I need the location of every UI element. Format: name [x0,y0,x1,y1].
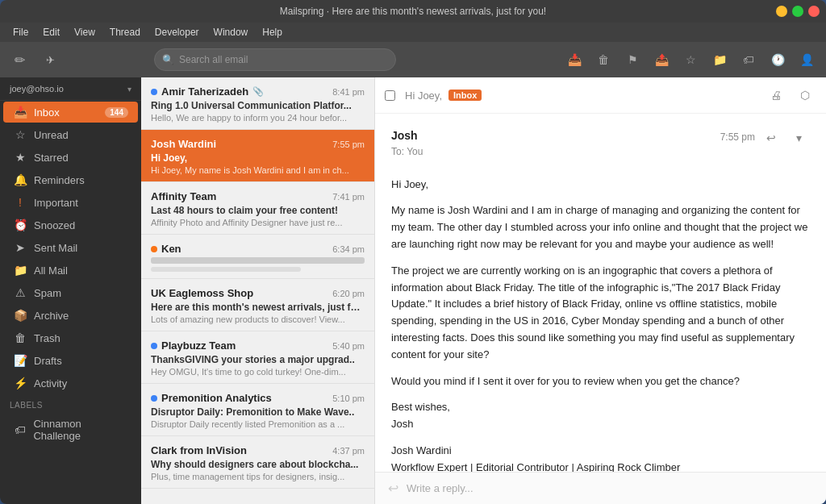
email-preview: Affinity Photo and Affinity Designer hav… [151,218,365,227]
sidebar-item-trash[interactable]: 🗑 Trash [3,327,138,348]
menu-edit[interactable]: Edit [36,25,66,40]
menu-file[interactable]: File [6,25,35,40]
close-button[interactable] [808,6,820,17]
email-item[interactable]: Clark from InVision 4:37 pm Why should d… [141,436,374,489]
email-sender-name: UK Eaglemoss Shop [151,287,253,299]
reply-placeholder: Write a reply... [407,482,473,494]
sidebar-item-starred[interactable]: ★ Starred [3,147,138,168]
sidebar-item-important[interactable]: ! Important [3,192,138,213]
email-item-header: Affinity Team 7:41 pm [151,190,365,202]
archive-button[interactable]: 📥 [561,47,587,73]
email-preview: Plus, time management tips for designers… [151,472,365,481]
sidebar-item-label: Starred [34,152,69,164]
sidebar-item-sent[interactable]: ➤ Sent Mail [3,237,138,258]
email-time: 6:20 pm [332,289,365,298]
trash-button[interactable]: 🗑 [590,47,616,73]
sidebar-item-cinnamon[interactable]: 🏷 Cinnamon Challenge [3,414,138,446]
label-button[interactable]: 📁 [707,47,732,73]
email-time: 7:55 pm [332,140,365,149]
print-button[interactable]: 🖨 [765,84,787,106]
send-button[interactable]: ✈ [39,48,61,71]
sidebar-item-label: Unread [34,129,69,141]
email-time: 4:37 pm [332,446,365,456]
select-email-checkbox[interactable] [385,90,395,101]
unread-indicator [151,395,157,402]
more-actions-button[interactable]: ▾ [787,127,810,149]
search-icon: 🔍 [162,54,174,65]
sidebar-item-spam[interactable]: ⚠ Spam [3,282,138,303]
email-item-header: Premonition Analytics 5:10 pm [151,392,365,404]
sidebar-item-label: Sent Mail [34,242,77,254]
move-button[interactable]: 📤 [649,47,674,73]
toolbar-right: 📥 🗑 ⚑ 📤 ☆ 📁 🏷 🕐 👤 [403,47,820,73]
email-item[interactable]: Premonition Analytics 5:10 pm Disruptor … [141,384,374,436]
email-to: To: You [391,144,423,160]
trash-nav-icon: 🗑 [13,331,27,344]
menu-developer[interactable]: Developer [148,25,206,40]
email-detail: Hi Joey, Inbox 🖨 ⬡ Josh To: You 7:55 pm … [375,77,826,504]
send-icon: ✈ [46,54,55,66]
compose-button[interactable]: ✏ [6,47,32,73]
maximize-button[interactable] [792,6,803,17]
reminders-icon: 🔔 [13,173,27,186]
reply-area[interactable]: ↩ Write a reply... [375,472,826,504]
minimize-button[interactable] [776,6,787,17]
menu-help[interactable]: Help [256,25,289,40]
email-item[interactable]: Playbuzz Team 5:40 pm ThanksGIVING your … [141,331,374,384]
email-detail-time: 7:55 pm [720,130,755,145]
inbox-badge: 144 [105,107,128,118]
email-closing: Best wishes, Josh [391,399,810,433]
email-item[interactable]: Affinity Team 7:41 pm Last 48 hours to c… [141,182,374,235]
important-icon: ! [13,196,27,209]
unread-indicator [151,246,157,252]
email-body: Hi Joey, My name is Josh Wardini and I a… [391,177,810,472]
snoozed-icon: ⏰ [13,219,27,231]
account-header[interactable]: joey@ohso.io ▾ [0,77,141,101]
move-icon: 📤 [655,53,669,66]
window-title: Mailspring · Here are this month's newes… [280,6,546,17]
sidebar-item-activity[interactable]: ⚡ Activity [3,373,138,394]
snooze-icon: 🕐 [771,53,785,66]
sidebar-item-label: Reminders [34,174,85,186]
email-item[interactable]: Amir Taherizadeh 📎 8:41 pm Ring 1.0 Univ… [141,77,374,130]
email-item-header: Clark from InVision 4:37 pm [151,444,365,456]
spam-nav-icon: ⚠ [13,286,27,299]
sidebar-item-drafts[interactable]: 📝 Drafts [3,350,138,371]
email-subject: Hi Joey, [151,152,365,164]
star-button[interactable]: ☆ [678,47,703,73]
sidebar-item-label: Activity [34,377,67,389]
menu-window[interactable]: Window [207,25,255,40]
contact-button[interactable]: 👤 [794,47,820,73]
email-subject: ThanksGIVING your stories a major upgrad… [151,354,365,365]
account-email: joey@ohso.io [10,84,64,94]
sidebar-item-all[interactable]: 📁 All Mail [3,260,138,281]
email-time: 7:41 pm [332,192,365,202]
email-item[interactable]: Josh Wardini 7:55 pm Hi Joey, Hi Joey, M… [141,130,374,182]
sidebar-item-reminders[interactable]: 🔔 Reminders [3,169,138,190]
email-time: 8:41 pm [332,87,365,97]
attachment-icon: 📎 [252,86,264,97]
archive-icon: 📥 [568,53,582,66]
email-preview: Hey OMGU, It's time to go cold turkey! O… [151,367,365,377]
email-item-header: Playbuzz Team 5:40 pm [151,339,365,352]
email-preview: Lots of amazing new products to discover… [151,314,365,324]
tag-button[interactable]: 🏷 [736,47,761,73]
sidebar-item-label: Archive [34,310,69,322]
search-input[interactable] [154,48,396,71]
reply-button[interactable]: ↩ [760,127,782,149]
menu-thread[interactable]: Thread [103,25,147,40]
sidebar-item-snoozed[interactable]: ⏰ Snoozed [3,215,138,235]
email-from-name: Josh [391,127,423,144]
sidebar-item-inbox[interactable]: 📥 Inbox 144 [3,102,138,123]
menu-view[interactable]: View [68,25,102,40]
inbox-icon: 📥 [13,106,27,119]
popout-button[interactable]: ⬡ [794,84,816,106]
email-item[interactable]: Ken 6:34 pm [141,235,374,279]
email-item[interactable]: UK Eaglemoss Shop 6:20 pm Here are this … [141,279,374,331]
snooze-button[interactable]: 🕐 [765,47,791,73]
sidebar-item-unread[interactable]: ☆ Unread [3,124,138,145]
email-signature: Josh Wardini Workflow Expert | Editorial… [391,443,810,472]
spam-button[interactable]: ⚑ [620,47,645,73]
sidebar-item-archive[interactable]: 📦 Archive [3,305,138,326]
reply-compose-icon: ↩ [388,481,398,496]
